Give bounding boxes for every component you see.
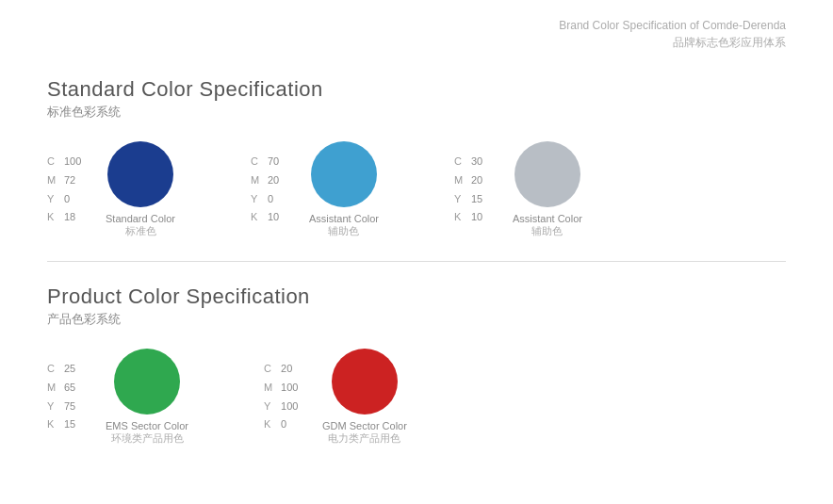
spec-label: Y — [251, 190, 264, 209]
color-specs: C70M20Y0K10 — [251, 153, 296, 227]
spec-value: 100 — [64, 153, 81, 171]
product-title-cn: 产品色彩系统 — [47, 311, 786, 328]
spec-value: 10 — [471, 208, 482, 227]
spec-value: 30 — [471, 153, 482, 171]
spec-label: K — [264, 415, 277, 434]
spec-value: 75 — [64, 398, 75, 416]
color-label-en: Assistant Color — [309, 213, 379, 224]
spec-label: K — [47, 415, 60, 434]
color-specs: C20M100Y100K0 — [264, 360, 309, 434]
spec-label: Y — [454, 190, 467, 209]
color-label-cn: 电力类产品用色 — [328, 431, 400, 446]
spec-value: 10 — [268, 208, 279, 227]
color-circle-wrap: Assistant Color辅助色 — [309, 141, 379, 238]
color-circle — [107, 141, 173, 207]
spec-label: C — [454, 153, 467, 171]
color-circle — [311, 141, 377, 207]
spec-value: 72 — [64, 171, 75, 190]
color-item: C100M72Y0K18Standard Color标准色 — [47, 141, 175, 238]
section-divider — [47, 261, 786, 262]
spec-label: Y — [264, 398, 277, 416]
standard-title-en: Standard Color Specification — [47, 77, 786, 102]
spec-label: K — [454, 208, 467, 227]
spec-value: 20 — [281, 360, 292, 379]
spec-value: 0 — [64, 190, 70, 209]
header-title: Brand Color Specification of Comde-Deren… — [47, 17, 786, 35]
spec-label: C — [47, 360, 60, 379]
spec-value: 0 — [268, 190, 273, 209]
spec-value: 0 — [281, 415, 286, 434]
color-label-cn: 辅助色 — [328, 224, 359, 238]
color-circle — [514, 141, 580, 207]
color-circle — [114, 349, 180, 415]
color-label-cn: 标准色 — [125, 224, 156, 238]
product-section: Product Color Specification 产品色彩系统 C25M6… — [47, 285, 786, 446]
product-color-row: C25M65Y75K15EMS Sector Color环境类产品用色C20M1… — [47, 349, 786, 446]
color-item: C30M20Y15K10Assistant Color辅助色 — [454, 141, 582, 238]
color-circle-wrap: EMS Sector Color环境类产品用色 — [106, 349, 188, 446]
standard-title-cn: 标准色彩系统 — [47, 104, 786, 121]
color-label-cn: 辅助色 — [531, 224, 563, 238]
header: Brand Color Specification of Comde-Deren… — [47, 17, 786, 51]
spec-value: 25 — [64, 360, 75, 379]
spec-label: C — [47, 153, 60, 171]
color-label-en: EMS Sector Color — [106, 420, 188, 431]
color-item: C25M65Y75K15EMS Sector Color环境类产品用色 — [47, 349, 188, 446]
color-item: C20M100Y100K0GDM Sector Color电力类产品用色 — [264, 349, 407, 446]
page: Brand Color Specification of Comde-Deren… — [0, 0, 833, 504]
spec-value: 15 — [471, 190, 482, 209]
color-specs: C30M20Y15K10 — [454, 153, 499, 227]
spec-label: M — [47, 171, 60, 190]
spec-label: Y — [47, 190, 60, 209]
color-label-en: GDM Sector Color — [322, 420, 407, 431]
spec-value: 100 — [281, 398, 298, 416]
spec-label: M — [264, 379, 277, 398]
spec-label: C — [264, 360, 277, 379]
color-label-cn: 环境类产品用色 — [111, 431, 184, 446]
color-specs: C25M65Y75K15 — [47, 360, 92, 434]
color-item: C70M20Y0K10Assistant Color辅助色 — [251, 141, 379, 238]
spec-value: 100 — [281, 379, 298, 398]
color-circle-wrap: GDM Sector Color电力类产品用色 — [322, 349, 407, 446]
color-circle-wrap: Standard Color标准色 — [106, 141, 175, 238]
standard-color-row: C100M72Y0K18Standard Color标准色C70M20Y0K10… — [47, 141, 786, 238]
spec-value: 65 — [64, 379, 75, 398]
spec-label: C — [251, 153, 264, 171]
color-circle — [332, 349, 398, 415]
spec-value: 70 — [268, 153, 279, 171]
spec-label: M — [251, 171, 264, 190]
color-circle-wrap: Assistant Color辅助色 — [513, 141, 582, 238]
spec-value: 20 — [268, 171, 279, 190]
spec-label: K — [47, 208, 60, 227]
standard-section: Standard Color Specification 标准色彩系统 C100… — [47, 77, 786, 238]
spec-value: 15 — [64, 415, 75, 434]
header-subtitle: 品牌标志色彩应用体系 — [47, 35, 786, 51]
color-specs: C100M72Y0K18 — [47, 153, 92, 227]
product-title-en: Product Color Specification — [47, 285, 786, 309]
color-label-en: Standard Color — [106, 213, 175, 224]
spec-value: 20 — [471, 171, 482, 190]
color-label-en: Assistant Color — [513, 213, 582, 224]
spec-label: M — [47, 379, 60, 398]
spec-label: K — [251, 208, 264, 227]
spec-label: M — [454, 171, 467, 190]
spec-label: Y — [47, 398, 60, 416]
spec-value: 18 — [64, 208, 75, 227]
